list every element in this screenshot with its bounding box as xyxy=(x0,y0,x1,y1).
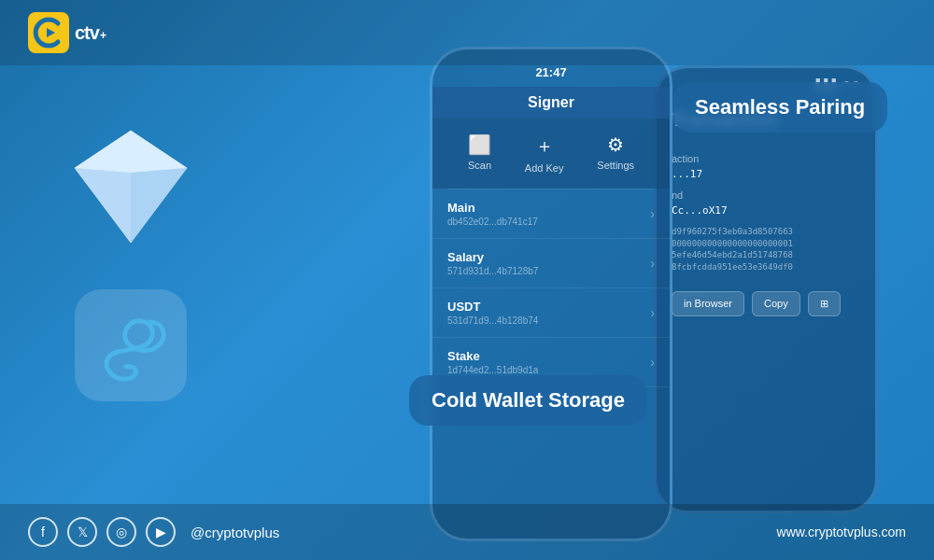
settings-icon: ⚙ xyxy=(607,133,624,156)
scan-icon: ⬜ xyxy=(468,133,491,156)
copy-button[interactable]: Copy xyxy=(752,291,800,316)
hash4: 8fcbfcdda951ee53e3649df0 xyxy=(672,262,793,272)
svg-marker-4 xyxy=(75,168,131,243)
svg-marker-0 xyxy=(47,28,55,37)
wallet-name: Salary xyxy=(447,250,538,264)
hash3: 5efe46d54ebd2a1d51748768 xyxy=(672,250,793,259)
website-url: www.cryptotvplus.com xyxy=(777,525,906,539)
settings-label: Settings xyxy=(597,160,634,171)
more-button[interactable]: ⊞ xyxy=(808,291,841,316)
wallet-info: Stake 1d744ed2...51db9d1a xyxy=(447,349,538,375)
wallet-list: Main db452e02...db741c17 › Salary 571d93… xyxy=(432,189,670,387)
phone2-frame: ▐▐▐ ◠◠ Transaction action ...17 nd Cc...… xyxy=(654,65,878,513)
instagram-icon: ◎ xyxy=(106,517,136,547)
phone2-content: action ...17 nd Cc...oX17 d9f960275f3eb0… xyxy=(657,146,875,280)
settings-action[interactable]: ⚙ Settings xyxy=(597,133,634,174)
browser-button[interactable]: in Browser xyxy=(672,291,744,316)
chevron-right-icon: › xyxy=(650,256,655,271)
phone-title-bar: Signer xyxy=(432,87,670,119)
add-key-label: Add Key xyxy=(525,162,564,174)
wallet-info: Salary 571d931d...4b7128b7 xyxy=(447,250,538,276)
wallet-name: Stake xyxy=(447,349,538,363)
wallet-address: 1d744ed2...51db9d1a xyxy=(447,365,538,375)
logo-plus: + xyxy=(100,29,106,42)
top-bar: ctv + xyxy=(0,0,934,65)
logo: ctv + xyxy=(28,12,106,53)
wallet-info: USDT 531d71d9...4b128b74 xyxy=(447,300,538,326)
gem-icon xyxy=(56,121,205,252)
phone-actions: ⬜ Scan ＋ Add Key ⚙ Settings xyxy=(432,119,670,189)
seamless-pairing-text: Seamless Pairing xyxy=(695,95,865,119)
wallet-name: USDT xyxy=(447,300,538,314)
logo-icon xyxy=(28,12,69,53)
add-icon: ＋ xyxy=(535,133,554,159)
main-phone: 21:47 Signer ⬜ Scan ＋ Add Key ⚙ Settings… xyxy=(430,47,672,541)
chevron-right-icon: › xyxy=(650,305,655,320)
second-phone: ▐▐▐ ◠◠ Transaction action ...17 nd Cc...… xyxy=(654,65,878,513)
cold-wallet-callout: Cold Wallet Storage xyxy=(409,375,647,426)
phone-app-title: Signer xyxy=(528,94,574,110)
bottom-bar: f 𝕏 ◎ ▶ @cryptotvplus www.cryptotvplus.c… xyxy=(0,504,934,560)
chevron-right-icon: › xyxy=(650,206,655,221)
wallet-address: 531d71d9...4b128b74 xyxy=(447,315,538,326)
phone2-label2: nd xyxy=(672,189,860,201)
hash2: 000000000000000000000001 xyxy=(672,239,793,248)
facebook-icon: f xyxy=(28,517,58,547)
phone2-value2: Cc...oX17 xyxy=(672,204,860,217)
phone2-hash: d9f960275f3eb0a3d8507663 000000000000000… xyxy=(672,226,860,273)
phone-frame: 21:47 Signer ⬜ Scan ＋ Add Key ⚙ Settings… xyxy=(430,47,672,541)
scan-label: Scan xyxy=(468,160,491,171)
seamless-pairing-callout: Seamless Pairing xyxy=(672,82,887,133)
cold-wallet-text: Cold Wallet Storage xyxy=(432,388,625,412)
chevron-right-icon: › xyxy=(650,355,655,370)
svg-marker-3 xyxy=(131,168,187,243)
logo-ctv: ctv xyxy=(75,22,99,44)
app-icon xyxy=(75,289,187,401)
youtube-icon: ▶ xyxy=(146,517,176,547)
phone2-label1: action xyxy=(672,153,860,164)
add-key-action[interactable]: ＋ Add Key xyxy=(525,133,564,174)
wallet-address: db452e02...db741c17 xyxy=(447,217,538,227)
phone2-value1: ...17 xyxy=(672,168,860,180)
wallet-item[interactable]: Main db452e02...db741c17 › xyxy=(432,189,670,239)
social-handle: @cryptotvplus xyxy=(191,525,279,540)
wallet-item[interactable]: USDT 531d71d9...4b128b74 › xyxy=(432,288,670,338)
hash1: d9f960275f3eb0a3d8507663 xyxy=(672,227,793,236)
svg-marker-2 xyxy=(75,131,187,173)
phone2-actions: in Browser Copy ⊞ xyxy=(657,280,875,328)
wallet-name: Main xyxy=(447,201,538,215)
phone-time: 21:47 xyxy=(535,65,566,79)
wallet-address: 571d931d...4b7128b7 xyxy=(447,266,538,276)
scan-action[interactable]: ⬜ Scan xyxy=(468,133,491,174)
wallet-info: Main db452e02...db741c17 xyxy=(447,201,538,227)
twitter-icon: 𝕏 xyxy=(67,517,97,547)
wallet-item[interactable]: Salary 571d931d...4b7128b7 › xyxy=(432,239,670,288)
social-icons: f 𝕏 ◎ ▶ @cryptotvplus xyxy=(28,517,279,547)
left-content xyxy=(56,121,205,401)
